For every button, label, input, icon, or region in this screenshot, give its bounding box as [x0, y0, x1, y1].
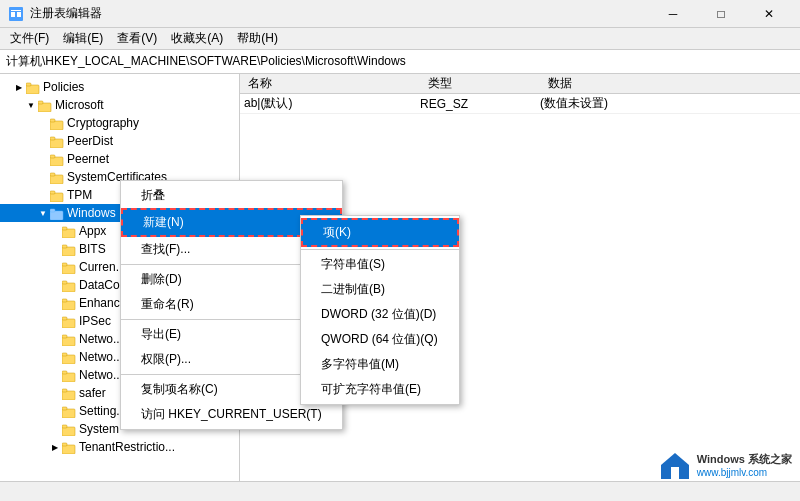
svg-rect-41 — [62, 407, 67, 410]
tree-item[interactable]: ▶ Policies — [0, 78, 239, 96]
folder-icon — [62, 386, 79, 400]
svg-rect-7 — [38, 101, 43, 104]
submenu: 项(K) 字符串值(S) 二进制值(B) DWORD (32 位值)(D) QW… — [300, 215, 460, 405]
title-bar-left: 注册表编辑器 — [8, 5, 102, 22]
tree-item[interactable]: Cryptography — [0, 114, 239, 132]
tree-item-label: Cryptography — [67, 116, 139, 130]
sub-dword[interactable]: DWORD (32 位值)(D) — [301, 302, 459, 327]
svg-rect-27 — [62, 281, 67, 284]
col-data-header: 数据 — [540, 74, 800, 94]
minimize-button[interactable]: ─ — [650, 4, 696, 24]
sub-qword[interactable]: QWORD (64 位值)(Q) — [301, 327, 459, 352]
tree-item-label: safer — [79, 386, 106, 400]
tree-arrow-icon — [36, 134, 50, 148]
right-header: 名称 类型 数据 — [240, 74, 800, 94]
tree-arrow-icon — [48, 296, 62, 310]
ctx-collapse[interactable]: 折叠 — [121, 183, 342, 208]
tree-arrow-icon — [48, 278, 62, 292]
tree-item-label: TenantRestrictio... — [79, 440, 175, 454]
svg-rect-12 — [50, 157, 63, 166]
address-bar: 计算机\HKEY_LOCAL_MACHINE\SOFTWARE\Policies… — [0, 50, 800, 74]
sub-sep1 — [301, 249, 459, 250]
tree-item[interactable]: ▼ Microsoft — [0, 96, 239, 114]
tree-item[interactable]: PeerDist — [0, 132, 239, 150]
sub-key[interactable]: 项(K) — [301, 218, 459, 247]
svg-rect-44 — [62, 445, 75, 454]
folder-icon — [62, 350, 79, 364]
menu-item-查看(V)[interactable]: 查看(V) — [111, 28, 163, 49]
tree-arrow-icon — [48, 332, 62, 346]
tree-arrow-icon — [36, 152, 50, 166]
cell-data: (数值未设置) — [540, 95, 796, 112]
watermark-url: www.bjjmlv.com — [697, 467, 792, 478]
watermark: Windows 系统之家 www.bjjmlv.com — [659, 451, 792, 479]
tree-arrow-icon: ▶ — [12, 80, 26, 94]
folder-icon — [62, 368, 79, 382]
svg-rect-30 — [62, 319, 75, 328]
tree-item-label: Windows — [67, 206, 116, 220]
svg-rect-35 — [62, 353, 67, 356]
menu-item-帮助(H)[interactable]: 帮助(H) — [231, 28, 284, 49]
tree-item-label: IPSec — [79, 314, 111, 328]
folder-icon — [26, 80, 43, 94]
tree-item-label: Peernet — [67, 152, 109, 166]
svg-rect-47 — [671, 467, 679, 479]
menu-item-文件(F)[interactable]: 文件(F) — [4, 28, 55, 49]
svg-rect-11 — [50, 137, 55, 140]
col-type-header: 类型 — [420, 74, 540, 94]
tree-item-label: Netwo... — [79, 350, 123, 364]
table-row[interactable]: ab|(默认) REG_SZ (数值未设置) — [240, 94, 800, 114]
svg-rect-3 — [17, 12, 21, 17]
tree-item-label: Netwo... — [79, 332, 123, 346]
svg-rect-29 — [62, 299, 67, 302]
ctx-new-label: 新建(N) — [143, 214, 184, 231]
app-icon — [8, 6, 24, 22]
tree-item-label: TPM — [67, 188, 92, 202]
svg-rect-24 — [62, 265, 75, 274]
col-name-header: 名称 — [240, 74, 420, 94]
svg-rect-20 — [62, 229, 75, 238]
folder-icon — [50, 152, 67, 166]
tree-arrow-icon — [36, 170, 50, 184]
house-svg — [659, 451, 691, 479]
tree-arrow-icon: ▶ — [48, 440, 62, 454]
svg-rect-33 — [62, 335, 67, 338]
tree-arrow-icon — [48, 422, 62, 436]
folder-icon — [38, 98, 55, 112]
folder-icon — [62, 242, 79, 256]
svg-rect-16 — [50, 193, 63, 202]
tree-item-label: Policies — [43, 80, 84, 94]
svg-rect-14 — [50, 175, 63, 184]
app-title: 注册表编辑器 — [30, 5, 102, 22]
title-controls: ─ □ ✕ — [650, 4, 792, 24]
tree-arrow-icon — [48, 242, 62, 256]
menu-item-编辑(E)[interactable]: 编辑(E) — [57, 28, 109, 49]
sub-binary[interactable]: 二进制值(B) — [301, 277, 459, 302]
address-path: 计算机\HKEY_LOCAL_MACHINE\SOFTWARE\Policies… — [6, 53, 406, 70]
tree-arrow-icon — [48, 404, 62, 418]
folder-icon — [62, 404, 79, 418]
folder-icon — [62, 314, 79, 328]
sub-multistring[interactable]: 多字符串值(M) — [301, 352, 459, 377]
folder-icon — [62, 260, 79, 274]
tree-item[interactable]: ▶ TenantRestrictio... — [0, 438, 239, 456]
ctx-access[interactable]: 访问 HKEY_CURRENT_USER(T) — [121, 402, 342, 427]
svg-rect-6 — [38, 103, 51, 112]
sub-string[interactable]: 字符串值(S) — [301, 252, 459, 277]
svg-rect-1 — [11, 10, 21, 11]
svg-rect-43 — [62, 425, 67, 428]
sub-expandstring[interactable]: 可扩充字符串值(E) — [301, 377, 459, 402]
maximize-button[interactable]: □ — [698, 4, 744, 24]
close-button[interactable]: ✕ — [746, 4, 792, 24]
menu-item-收藏夹(A)[interactable]: 收藏夹(A) — [165, 28, 229, 49]
svg-rect-25 — [62, 263, 67, 266]
svg-rect-38 — [62, 391, 75, 400]
tree-arrow-icon — [36, 188, 50, 202]
svg-rect-39 — [62, 389, 67, 392]
tree-item[interactable]: Peernet — [0, 150, 239, 168]
folder-icon — [50, 116, 67, 130]
tree-item-label: System — [79, 422, 119, 436]
svg-rect-15 — [50, 173, 55, 176]
tree-item-label: Appx — [79, 224, 106, 238]
svg-rect-19 — [50, 209, 55, 212]
